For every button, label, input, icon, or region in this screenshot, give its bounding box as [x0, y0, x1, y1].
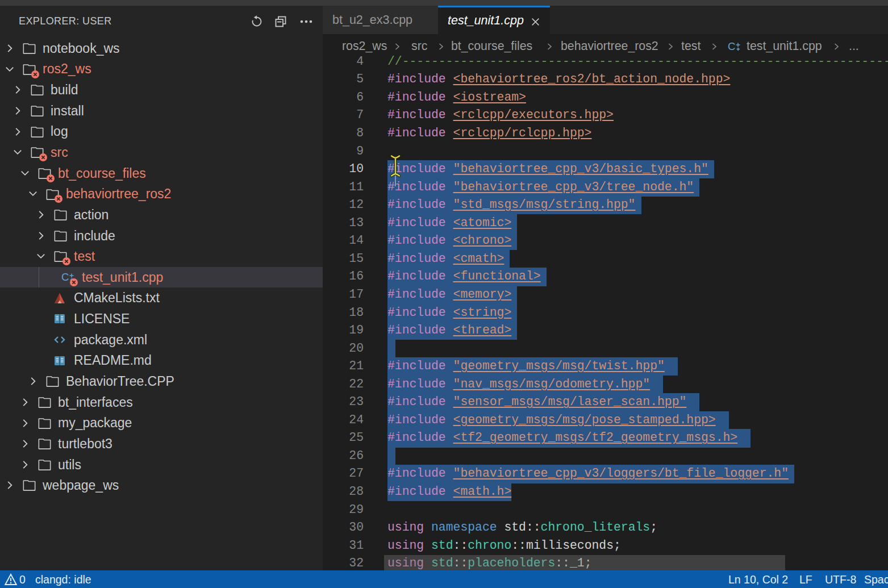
svg-text:C: C	[61, 271, 69, 283]
svg-text:C: C	[728, 40, 735, 52]
